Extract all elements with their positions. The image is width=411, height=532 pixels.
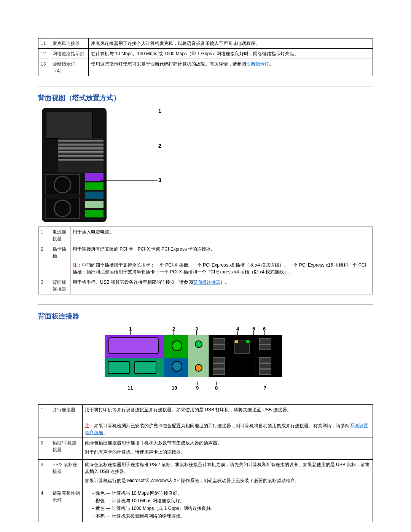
status-list: 绿色 — 计算机与 10 Mbps 网络连接良好。 橙色 — 计算机与 100 … [85, 490, 370, 520]
list-item: 黄色 — 计算机与 1000 Mbps（或 1 Gbps）网络连接良好。 [92, 505, 370, 513]
label-5: 5 [252, 326, 255, 332]
note-pre: 如果计算机检测到已安装的扩充卡包含配置为相同地址的并行连接器，则计算机将自动禁用… [94, 423, 350, 428]
row-desc: 此绿色输出连接器用于连接耳机和大多数带有集成放大器的扬声器。 对于配有声卡的计算… [83, 438, 373, 460]
row-name: 输出/耳机连接器 [50, 438, 83, 460]
table-row: 3 背面板连接器 用于将串行、USB 和其它设备连接至相应的连接器（请参阅背面板… [38, 277, 373, 294]
list-item: 不亮 — 计算机未检测到与网络的物理连接。 [92, 513, 370, 520]
row-desc: 此绿色鼠标连接器用于连接标准 PS/2 鼠标。将鼠标连接至计算机之前，请先关闭计… [83, 460, 373, 488]
desc-2: 如果计算机运行的是 Microsoft® Windows® XP 操作系统，则硬… [85, 477, 370, 484]
back-panel-connectors-link[interactable]: 背面板连接器 [193, 280, 220, 285]
row-num: 1 [38, 405, 50, 438]
network-block [228, 335, 255, 377]
fans [45, 174, 80, 219]
label-2: 2 [172, 326, 175, 332]
row-name: 插卡插槽 [50, 244, 70, 277]
list-item: 橙色 — 计算机与 100 Mbps 网络连接良好。 [92, 497, 370, 505]
connector-table: 1 并行连接器 用于将打印机等并行设备连接至并行连接器。如果使用的是 USB 打… [38, 404, 373, 522]
row-desc: 用于将串行、USB 和其它设备连接至相应的连接器（请参阅背面板连接器）。 [70, 277, 373, 294]
table-row: 11 麦克风连接器 麦克风连接器用于连接个人计算机麦克风，以将语音或音乐输入至声… [38, 38, 373, 49]
front-continued-table: 11 麦克风连接器 麦克风连接器用于连接个人计算机麦克风，以将语音或音乐输入至声… [38, 38, 373, 76]
label-6: 6 [263, 326, 266, 332]
desc-main: 用于将打印机等并行设备连接至并行连接器。如果使用的是 USB 打印机，请将其连接… [85, 406, 370, 413]
label-1: 1 [129, 326, 132, 332]
row-desc: 在计算机与 10 Mbps、100 Mbps 或 1000 Mbps（即 1 G… [89, 49, 373, 59]
back-view-heading: 背面视图（塔式放置方式） [38, 93, 373, 102]
table-row: 1 并行连接器 用于将打印机等并行设备连接至并行连接器。如果使用的是 USB 打… [38, 405, 373, 438]
list-item: 绿色 — 计算机与 10 Mbps 网络连接良好。 [92, 490, 370, 497]
row-name: 网络链路指示灯 [50, 49, 89, 59]
row-num: 12 [38, 49, 50, 59]
row-name: 背面板连接器 [50, 277, 70, 294]
row-num: 2 [38, 438, 50, 460]
row-name: 电源连接器 [50, 227, 70, 244]
ps2-block [164, 335, 188, 377]
row-name: 链路完整性指示灯 [50, 488, 83, 522]
desc-main: 用于连接所有已安装的 PCI 卡、PCI-X 卡或 PCI Express 卡的… [73, 246, 370, 252]
table-row: 2 输出/耳机连接器 此绿色输出连接器用于连接耳机和大多数带有集成放大器的扬声器… [38, 438, 373, 460]
card-slots [58, 138, 104, 173]
row-desc: 用于插入电源电缆。 [70, 227, 373, 244]
desc-2: 对于配有声卡的计算机，请使用声卡上的连接器。 [85, 449, 370, 455]
desc-pre: 用于将串行、USB 和其它设备连接至相应的连接器（请参阅 [73, 280, 193, 285]
desc-post: ）。 [220, 280, 229, 285]
note-post: 。 [103, 430, 108, 435]
row-desc: 绿色 — 计算机与 10 Mbps 网络连接良好。 橙色 — 计算机与 100 … [83, 488, 373, 522]
table-row: 4 链路完整性指示灯 绿色 — 计算机与 10 Mbps 网络连接良好。 橙色 … [38, 488, 373, 522]
diagnostic-lights-link[interactable]: 诊断指示灯 [246, 61, 269, 67]
row-desc: 使用这些指示灯使您可以基于诊断代码排除计算机的故障。有关详情，请参阅诊断指示灯。 [89, 59, 373, 76]
parallel-serial-block [105, 335, 164, 377]
table-row: 1 电源连接器 用于插入电源电缆。 [38, 227, 373, 244]
back-panel-diagram: 1 2 3 4 5 6 [105, 326, 306, 391]
row-name: 麦克风连接器 [50, 38, 89, 49]
label-7: 7 [264, 385, 266, 391]
usb-block-2 [255, 335, 282, 377]
psu [46, 111, 93, 139]
row-num: 3 [38, 460, 50, 488]
usb-block-1 [209, 335, 228, 377]
row-num: 3 [38, 277, 50, 294]
row-desc: 用于连接所有已安装的 PCI 卡、PCI-X 卡或 PCI Express 卡的… [70, 244, 373, 277]
callout-3: 3 [158, 177, 161, 183]
page: 11 麦克风连接器 麦克风连接器用于连接个人计算机麦克风，以将语音或音乐输入至声… [38, 0, 373, 532]
desc-1: 此绿色鼠标连接器用于连接标准 PS/2 鼠标。将鼠标连接至计算机之前，请先关闭计… [85, 461, 370, 475]
note-text: 中间的四个插槽用于支持全长插卡：一个 PCI-X 插槽、一个 PCI Expre… [73, 262, 366, 275]
panel-body [105, 335, 306, 377]
back-view-diagram: 1 2 3 [42, 108, 179, 222]
label-9: 9 [196, 385, 199, 391]
callout-2: 2 [158, 143, 161, 149]
note-label: 注： [73, 262, 82, 268]
audio-block [188, 335, 209, 377]
row-num: 11 [38, 38, 50, 49]
row-desc: 麦克风连接器用于连接个人计算机麦克风，以将语音或音乐输入至声音或电话程序。 [89, 38, 373, 49]
table-row: 3 PS/2 鼠标连接器 此绿色鼠标连接器用于连接标准 PS/2 鼠标。将鼠标连… [38, 460, 373, 488]
table-row: 12 网络链路指示灯 在计算机与 10 Mbps、100 Mbps 或 1000… [38, 49, 373, 59]
row-num: 2 [38, 244, 50, 277]
row-desc: 用于将打印机等并行设备连接至并行连接器。如果使用的是 USB 打印机，请将其连接… [83, 405, 373, 438]
row-name: 诊断指示灯（4） [50, 59, 89, 76]
row-name: PS/2 鼠标连接器 [50, 460, 83, 488]
label-3: 3 [195, 326, 198, 332]
row-num: 4 [38, 488, 50, 522]
row-num: 1 [38, 227, 50, 244]
table-row: 2 插卡插槽 用于连接所有已安装的 PCI 卡、PCI-X 卡或 PCI Exp… [38, 244, 373, 277]
divider [38, 86, 373, 86]
note-label: 注： [85, 423, 94, 428]
label-11: 11 [127, 385, 133, 391]
table-row: 13 诊断指示灯（4） 使用这些指示灯使您可以基于诊断代码排除计算机的故障。有关… [38, 59, 373, 76]
desc-1: 此绿色输出连接器用于连接耳机和大多数带有集成放大器的扬声器。 [85, 439, 370, 446]
desc-pre: 使用这些指示灯使您可以基于诊断代码排除计算机的故障。有关详情，请参阅 [91, 61, 246, 67]
divider [38, 304, 373, 305]
row-num: 13 [38, 59, 50, 76]
label-4: 4 [236, 326, 239, 332]
label-10: 10 [172, 385, 177, 391]
back-panel-heading: 背面板连接器 [38, 312, 373, 321]
back-view-table: 1 电源连接器 用于插入电源电缆。 2 插卡插槽 用于连接所有已安装的 PCI … [38, 227, 373, 294]
row-name: 并行连接器 [50, 405, 83, 438]
label-8: 8 [215, 385, 218, 391]
callout-1: 1 [158, 108, 161, 114]
tower-illustration [42, 108, 107, 222]
desc-post: 。 [269, 61, 274, 67]
